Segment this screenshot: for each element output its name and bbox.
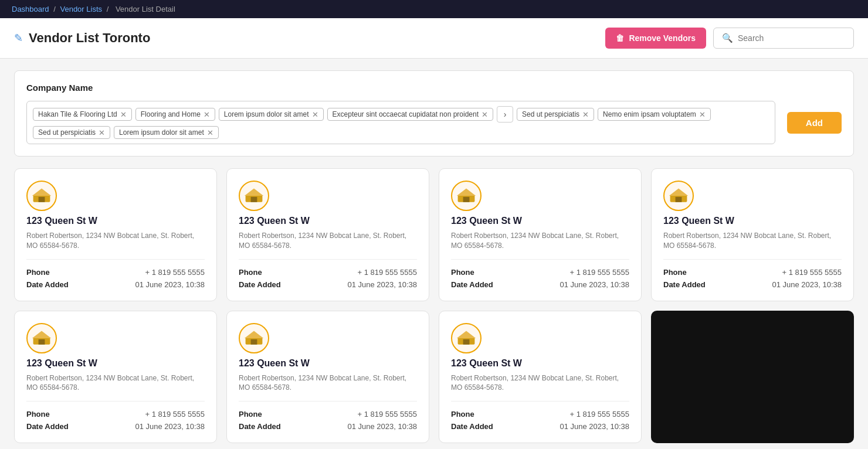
vendor-name-7: 123 Queen St W xyxy=(451,358,629,369)
search-input[interactable] xyxy=(738,33,845,43)
phone-value-7: + 1 819 555 5555 xyxy=(569,410,629,419)
tag-sed1[interactable]: Sed ut perspiciatis ✕ xyxy=(517,108,594,121)
empty-cell xyxy=(651,311,854,444)
card-divider-1 xyxy=(26,259,205,260)
tag-nemo[interactable]: Nemo enim ipsam voluptatem ✕ xyxy=(598,108,711,121)
vendor-logo-4 xyxy=(663,181,694,211)
vendor-name-4: 123 Queen St W xyxy=(663,216,842,226)
card-divider-6 xyxy=(239,401,417,402)
vendor-logo-7 xyxy=(451,323,482,353)
breadcrumb-dashboard[interactable]: Dashboard xyxy=(12,5,49,13)
vendor-logo-1 xyxy=(26,181,57,211)
card-divider-4 xyxy=(663,259,842,260)
filter-box: Company Name Hakan Tile & Flooring Ltd ✕… xyxy=(14,70,854,157)
date-label-7: Date Added xyxy=(451,422,493,431)
tag-sed2-close[interactable]: ✕ xyxy=(99,129,105,137)
date-value-3: 01 June 2023, 10:38 xyxy=(560,280,629,289)
vendor-card-1: 123 Queen St W Robert Robertson, 1234 NW… xyxy=(14,168,217,301)
vendor-logo-3 xyxy=(451,181,482,211)
filter-tags-area[interactable]: Hakan Tile & Flooring Ltd ✕ Flooring and… xyxy=(26,101,775,144)
vendor-name-1: 123 Queen St W xyxy=(26,216,205,226)
svg-marker-13 xyxy=(32,331,51,338)
vendor-logo-6 xyxy=(239,323,269,353)
vendor-address-5: Robert Robertson, 1234 NW Bobcat Lane, S… xyxy=(26,373,205,393)
tag-excepteur[interactable]: Excepteur sint occaecat cupidatat non pr… xyxy=(327,108,494,121)
svg-rect-2 xyxy=(39,197,45,202)
date-value-2: 01 June 2023, 10:38 xyxy=(347,280,417,289)
vendor-address-3: Robert Robertson, 1234 NW Bobcat Lane, S… xyxy=(451,231,629,251)
tag-lorem1-close[interactable]: ✕ xyxy=(312,111,318,118)
phone-label-3: Phone xyxy=(451,268,474,277)
card-divider-2 xyxy=(239,259,417,260)
date-label-4: Date Added xyxy=(663,280,706,289)
tag-flooring-home[interactable]: Flooring and Home ✕ xyxy=(135,108,215,121)
tag-input[interactable] xyxy=(222,128,225,137)
vendor-card-2: 123 Queen St W Robert Robertson, 1234 NW… xyxy=(226,168,429,301)
svg-rect-17 xyxy=(251,339,257,344)
tag-flooring-home-close[interactable]: ✕ xyxy=(204,111,210,118)
vendor-address-6: Robert Robertson, 1234 NW Bobcat Lane, S… xyxy=(239,373,417,393)
remove-vendors-label: Remove Vendors xyxy=(629,33,696,43)
trash-icon: 🗑 xyxy=(616,33,624,43)
svg-marker-16 xyxy=(245,331,263,338)
tag-hakan[interactable]: Hakan Tile & Flooring Ltd ✕ xyxy=(33,108,132,121)
remove-vendors-button[interactable]: 🗑 Remove Vendors xyxy=(605,28,706,49)
date-value-5: 01 June 2023, 10:38 xyxy=(135,422,205,431)
page-title: Vendor List Toronto xyxy=(29,30,150,46)
filter-label: Company Name xyxy=(26,83,842,93)
tag-lorem1[interactable]: Lorem ipsum dolor sit amet ✕ xyxy=(219,108,324,121)
top-nav: Dashboard / Vendor Lists / Vendor List D… xyxy=(0,0,868,18)
page-header: ✎ Vendor List Toronto 🗑 Remove Vendors 🔍 xyxy=(0,18,868,59)
vendor-name-6: 123 Queen St W xyxy=(239,358,417,369)
svg-marker-19 xyxy=(457,331,476,338)
scroll-right-button[interactable]: › xyxy=(497,106,513,123)
tag-nemo-close[interactable]: ✕ xyxy=(699,111,706,118)
breadcrumb-current: Vendor List Detail xyxy=(116,5,175,13)
vendor-card-7: 123 Queen St W Robert Robertson, 1234 NW… xyxy=(439,311,642,444)
vendor-name-2: 123 Queen St W xyxy=(239,216,417,226)
date-value-7: 01 June 2023, 10:38 xyxy=(560,422,629,431)
vendor-card-3: 123 Queen St W Robert Robertson, 1234 NW… xyxy=(439,168,642,301)
phone-label-1: Phone xyxy=(26,268,50,277)
edit-icon: ✎ xyxy=(14,32,23,45)
tag-lorem2[interactable]: Lorem ipsum dolor sit amet ✕ xyxy=(114,126,219,139)
page-title-area: ✎ Vendor List Toronto xyxy=(14,30,150,46)
vendor-info-1: Phone + 1 819 555 5555 Date Added 01 Jun… xyxy=(26,268,205,289)
svg-marker-10 xyxy=(669,188,688,196)
tag-lorem2-close[interactable]: ✕ xyxy=(207,129,213,137)
tag-sed2[interactable]: Sed ut perspiciatis ✕ xyxy=(33,126,110,139)
vendor-grid-bottom: 123 Queen St W Robert Robertson, 1234 NW… xyxy=(14,311,854,444)
phone-label-7: Phone xyxy=(451,410,474,419)
filter-row: Hakan Tile & Flooring Ltd ✕ Flooring and… xyxy=(26,101,842,144)
vendor-info-5: Phone + 1 819 555 5555 Date Added 01 Jun… xyxy=(26,410,205,431)
svg-marker-7 xyxy=(457,188,476,196)
date-label-1: Date Added xyxy=(26,280,69,289)
vendor-info-4: Phone + 1 819 555 5555 Date Added 01 Jun… xyxy=(663,268,842,289)
date-label-2: Date Added xyxy=(239,280,281,289)
phone-label-4: Phone xyxy=(663,268,687,277)
tag-hakan-close[interactable]: ✕ xyxy=(120,111,127,118)
phone-label-5: Phone xyxy=(26,410,50,419)
date-value-6: 01 June 2023, 10:38 xyxy=(347,422,417,431)
svg-marker-1 xyxy=(32,188,51,196)
main-content: Company Name Hakan Tile & Flooring Ltd ✕… xyxy=(0,59,868,449)
breadcrumb: Dashboard / Vendor Lists / Vendor List D… xyxy=(12,5,178,13)
date-value-1: 01 June 2023, 10:38 xyxy=(135,280,205,289)
search-box: 🔍 xyxy=(713,28,854,49)
vendor-card-6: 123 Queen St W Robert Robertson, 1234 NW… xyxy=(226,311,429,444)
vendor-info-7: Phone + 1 819 555 5555 Date Added 01 Jun… xyxy=(451,410,629,431)
vendor-grid-top: 123 Queen St W Robert Robertson, 1234 NW… xyxy=(14,168,854,301)
phone-value-6: + 1 819 555 5555 xyxy=(357,410,417,419)
date-label-5: Date Added xyxy=(26,422,69,431)
tag-sed1-close[interactable]: ✕ xyxy=(582,111,589,118)
date-label-3: Date Added xyxy=(451,280,493,289)
svg-rect-11 xyxy=(676,197,682,202)
card-divider-3 xyxy=(451,259,629,260)
add-button[interactable]: Add xyxy=(787,112,842,134)
svg-rect-5 xyxy=(251,197,257,202)
card-divider-7 xyxy=(451,401,629,402)
tag-excepteur-close[interactable]: ✕ xyxy=(482,111,488,118)
breadcrumb-vendor-lists[interactable]: Vendor Lists xyxy=(60,5,102,13)
header-actions: 🗑 Remove Vendors 🔍 xyxy=(605,28,854,49)
vendor-logo-2 xyxy=(239,181,269,211)
